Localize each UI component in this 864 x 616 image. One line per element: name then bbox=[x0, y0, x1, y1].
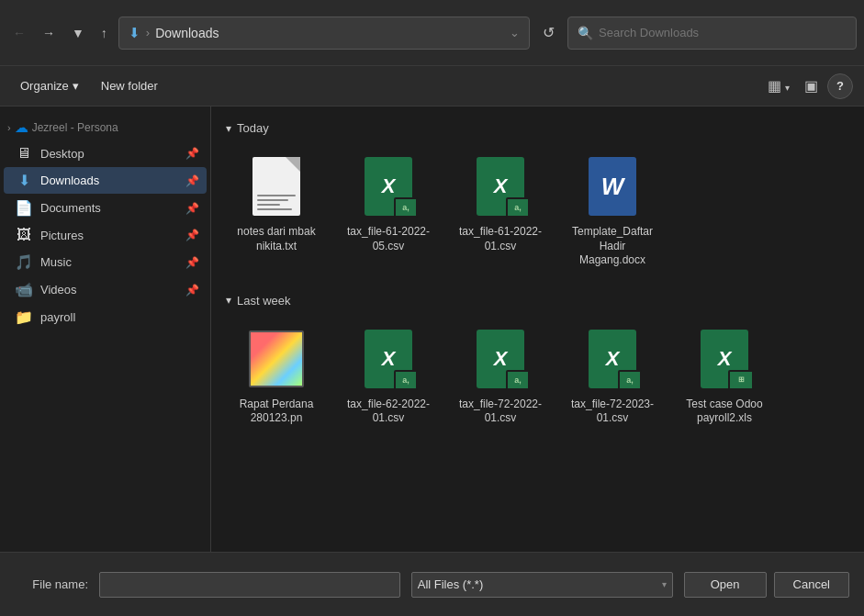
sidebar-group-label: Jezreel - Persona bbox=[32, 121, 118, 134]
sidebar-item-payroll[interactable]: 📁 payroll bbox=[4, 304, 207, 330]
sidebar-item-videos-label: Videos bbox=[40, 283, 77, 297]
documents-icon: 📄 bbox=[15, 199, 33, 217]
file-name-notes: notes dari mbak nikita.txt bbox=[230, 225, 322, 253]
downloads-folder-icon: ⬇ bbox=[129, 25, 140, 41]
organize-button[interactable]: Organize ▾ bbox=[11, 75, 88, 96]
section-lastweek-header[interactable]: ▾ Last week bbox=[226, 294, 849, 308]
sidebar-group-personal[interactable]: › ☁ Jezreel - Persona bbox=[0, 114, 210, 140]
file-area: ▾ Today notes dari mba bbox=[211, 106, 864, 552]
address-chevron-icon: ⌄ bbox=[510, 26, 520, 39]
help-label: ? bbox=[836, 79, 844, 93]
refresh-button[interactable]: ↺ bbox=[535, 20, 562, 45]
file-name-input[interactable] bbox=[99, 572, 400, 598]
sidebar-item-videos[interactable]: 📹 Videos 📌 bbox=[4, 276, 207, 303]
main-area: › ☁ Jezreel - Persona 🖥 Desktop 📌 ⬇ Down… bbox=[0, 106, 864, 552]
file-name-tax61-01: tax_file-61-2022-01.csv bbox=[454, 225, 546, 253]
list-item[interactable]: X a, tax_file-61-2022-01.csv bbox=[450, 146, 551, 275]
sidebar-item-downloads-label: Downloads bbox=[40, 174, 99, 187]
new-folder-label: New folder bbox=[101, 79, 158, 93]
sidebar-item-desktop[interactable]: 🖥 Desktop 📌 bbox=[4, 140, 207, 166]
file-icon-tax72-01: X a, bbox=[471, 326, 530, 392]
file-name-tax72-23: tax_file-72-2023-01.csv bbox=[567, 398, 658, 426]
today-chevron-icon: ▾ bbox=[226, 122, 231, 135]
section-lastweek-label: Last week bbox=[237, 294, 291, 308]
address-bar[interactable]: ⬇ › Downloads ⌄ bbox=[118, 17, 530, 50]
open-button[interactable]: Open bbox=[684, 572, 767, 598]
view-options-button[interactable]: ▦ ▾ bbox=[762, 73, 795, 98]
section-today-label: Today bbox=[237, 121, 269, 135]
file-type-select[interactable]: All Files (*.*) ▾ bbox=[411, 572, 673, 598]
address-separator: › bbox=[146, 26, 150, 39]
pin-icon-videos: 📌 bbox=[185, 284, 199, 297]
sidebar-item-downloads[interactable]: ⬇ Downloads 📌 bbox=[4, 167, 207, 194]
pictures-icon: 🖼 bbox=[15, 227, 33, 243]
titlebar: ← → ▼ ↑ ⬇ › Downloads ⌄ ↺ 🔍 bbox=[0, 0, 864, 66]
cancel-button[interactable]: Cancel bbox=[774, 572, 849, 598]
sidebar-item-pictures[interactable]: 🖼 Pictures 📌 bbox=[4, 222, 207, 248]
list-item[interactable]: Rapat Perdana 280123.pn bbox=[226, 319, 327, 433]
file-icon-template: W bbox=[583, 153, 642, 219]
view-grid-icon: ▦ bbox=[768, 78, 781, 94]
sidebar-item-pictures-label: Pictures bbox=[40, 229, 84, 242]
pin-icon-pictures: 📌 bbox=[185, 229, 199, 241]
desktop-icon: 🖥 bbox=[15, 145, 33, 162]
pin-icon-music: 📌 bbox=[185, 256, 199, 269]
file-icon-notes bbox=[247, 153, 306, 219]
file-icon-tax61-01: X a, bbox=[471, 153, 530, 219]
pin-icon-downloads: 📌 bbox=[185, 174, 199, 187]
payroll-folder-icon: 📁 bbox=[15, 308, 33, 326]
toolbar: Organize ▾ New folder ▦ ▾ ▣ ? bbox=[0, 66, 864, 106]
pin-icon-desktop: 📌 bbox=[185, 147, 199, 160]
file-name-tax62: tax_file-62-2022-01.csv bbox=[342, 398, 434, 426]
sidebar: › ☁ Jezreel - Persona 🖥 Desktop 📌 ⬇ Down… bbox=[0, 106, 211, 552]
sidebar-item-desktop-label: Desktop bbox=[40, 147, 84, 161]
help-button[interactable]: ? bbox=[827, 73, 853, 99]
file-type-value: All Files (*.*) bbox=[418, 577, 484, 591]
file-name-template: Template_Daftar Hadir Magang.docx bbox=[567, 225, 658, 268]
downloads-icon: ⬇ bbox=[15, 172, 33, 189]
music-icon: 🎵 bbox=[15, 253, 33, 271]
address-folder-name: Downloads bbox=[155, 26, 219, 40]
list-item[interactable]: notes dari mbak nikita.txt bbox=[226, 146, 327, 275]
sidebar-item-documents-label: Documents bbox=[40, 201, 101, 215]
up-button[interactable]: ↑ bbox=[95, 22, 113, 44]
back-button[interactable]: ← bbox=[7, 22, 31, 44]
search-bar[interactable]: 🔍 bbox=[567, 17, 857, 50]
search-input[interactable] bbox=[599, 26, 847, 39]
lastweek-chevron-icon: ▾ bbox=[226, 294, 231, 307]
recent-locations-button[interactable]: ▼ bbox=[66, 22, 90, 44]
file-type-dropdown-arrow-icon: ▾ bbox=[662, 579, 667, 589]
list-item[interactable]: W Template_Daftar Hadir Magang.docx bbox=[562, 146, 663, 275]
new-folder-button[interactable]: New folder bbox=[92, 75, 167, 96]
layout-button[interactable]: ▣ bbox=[799, 73, 824, 98]
file-icon-testcase: X ⊞ bbox=[695, 326, 754, 392]
bottom-buttons: Open Cancel bbox=[684, 572, 849, 598]
view-arrow-icon: ▾ bbox=[785, 83, 790, 93]
list-item[interactable]: X a, tax_file-72-2022-01.csv bbox=[450, 319, 551, 433]
section-today-header[interactable]: ▾ Today bbox=[226, 121, 849, 135]
file-icon-tax62: X a, bbox=[359, 326, 418, 392]
sidebar-item-music[interactable]: 🎵 Music 📌 bbox=[4, 249, 207, 275]
file-name-label: File name: bbox=[15, 577, 88, 591]
sidebar-item-music-label: Music bbox=[40, 255, 72, 269]
organize-label: Organize bbox=[20, 79, 69, 93]
lastweek-file-grid: Rapat Perdana 280123.pn X a, tax_file-62… bbox=[226, 319, 849, 433]
file-icon-tax61-05: X a, bbox=[359, 153, 418, 219]
file-name-testcase: Test case Odoo payroll2.xls bbox=[679, 398, 770, 426]
today-file-grid: notes dari mbak nikita.txt X a, tax_file… bbox=[226, 146, 849, 275]
file-icon-tax72-23: X a, bbox=[583, 326, 642, 392]
organize-arrow-icon: ▾ bbox=[73, 79, 79, 93]
list-item[interactable]: X ⊞ Test case Odoo payroll2.xls bbox=[674, 319, 775, 433]
forward-button[interactable]: → bbox=[37, 22, 61, 44]
list-item[interactable]: X a, tax_file-61-2022-05.csv bbox=[338, 146, 439, 275]
sidebar-item-documents[interactable]: 📄 Documents 📌 bbox=[4, 195, 207, 221]
chevron-right-icon: › bbox=[7, 122, 11, 133]
list-item[interactable]: X a, tax_file-62-2022-01.csv bbox=[338, 319, 439, 433]
file-name-tax72-01: tax_file-72-2022-01.csv bbox=[454, 398, 546, 426]
pin-icon-documents: 📌 bbox=[185, 202, 199, 215]
open-label: Open bbox=[711, 577, 740, 591]
file-name-tax61-05: tax_file-61-2022-05.csv bbox=[342, 225, 434, 253]
sidebar-onedrive-icon: ☁ bbox=[15, 119, 28, 136]
list-item[interactable]: X a, tax_file-72-2023-01.csv bbox=[562, 319, 663, 433]
search-icon: 🔍 bbox=[578, 26, 593, 40]
